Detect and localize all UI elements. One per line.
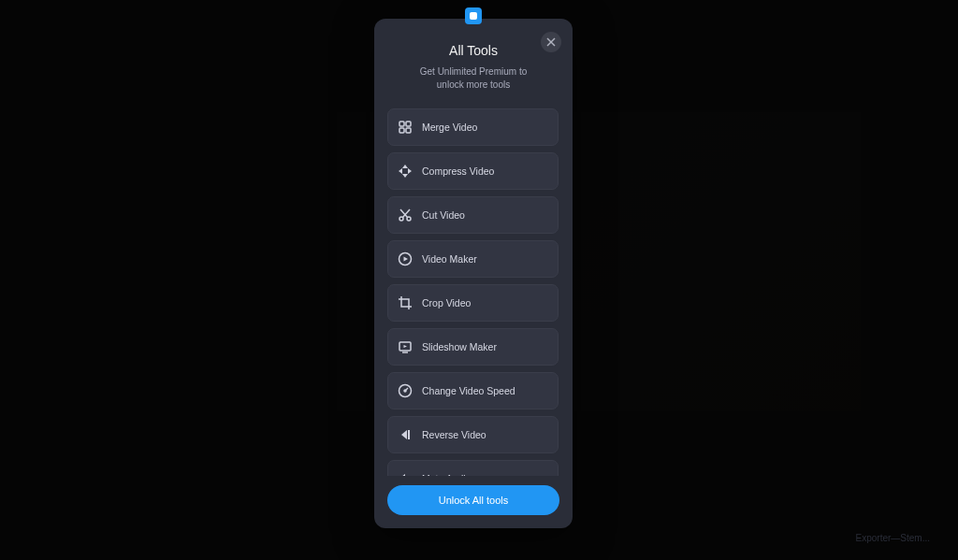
- tool-item-slideshow[interactable]: Slideshow Maker: [387, 328, 559, 366]
- tool-item-cut[interactable]: Cut Video: [387, 196, 559, 234]
- tool-label: Cut Video: [422, 209, 465, 221]
- slideshow-icon: [398, 339, 413, 354]
- tool-item-reverse[interactable]: Reverse Video: [387, 416, 559, 453]
- cut-icon: [398, 208, 413, 223]
- footer-hint: Exporter—Stem...: [856, 533, 930, 543]
- svg-rect-5: [406, 128, 411, 133]
- tool-label: Change Video Speed: [422, 385, 515, 396]
- merge-icon: [398, 120, 413, 135]
- svg-rect-4: [399, 128, 404, 133]
- svg-rect-2: [399, 122, 404, 126]
- close-icon: [546, 37, 556, 47]
- compress-icon: [398, 164, 413, 179]
- tool-label: Slideshow Maker: [422, 341, 497, 352]
- svg-point-7: [407, 217, 411, 221]
- tool-label: Merge Video: [422, 122, 477, 133]
- tool-item-merge[interactable]: Merge Video: [387, 108, 559, 146]
- svg-point-6: [399, 217, 403, 221]
- svg-rect-3: [406, 122, 411, 126]
- premium-badge-icon: [465, 7, 482, 24]
- unlock-all-button[interactable]: Unlock All tools: [387, 485, 559, 515]
- tool-item-compress[interactable]: Compress Video: [387, 152, 559, 190]
- tool-label: Video Maker: [422, 253, 477, 265]
- tool-label: Reverse Video: [422, 429, 486, 440]
- svg-point-15: [404, 390, 406, 392]
- tool-item-crop[interactable]: Crop Video: [387, 284, 559, 322]
- close-button[interactable]: [541, 32, 561, 52]
- tools-list[interactable]: Merge VideoCompress VideoCut VideoVideo …: [374, 101, 570, 476]
- tool-label: Compress Video: [422, 165, 494, 177]
- tool-item-mute[interactable]: Mute Audio: [387, 460, 559, 476]
- modal-subtitle: Get Unlimited Premium to unlock more too…: [391, 65, 556, 92]
- play-circle-icon: [398, 251, 413, 266]
- modal-footer: Unlock All tools: [374, 476, 573, 528]
- modal-header: All Tools Get Unlimited Premium to unloc…: [374, 19, 573, 101]
- tool-label: Crop Video: [422, 297, 471, 309]
- tool-item-play-circle[interactable]: Video Maker: [387, 240, 559, 278]
- crop-icon: [398, 295, 413, 310]
- tool-item-speed[interactable]: Change Video Speed: [387, 372, 559, 409]
- all-tools-modal: All Tools Get Unlimited Premium to unloc…: [374, 19, 573, 528]
- reverse-icon: [398, 427, 413, 442]
- modal-title: All Tools: [391, 43, 556, 58]
- speed-icon: [398, 383, 413, 398]
